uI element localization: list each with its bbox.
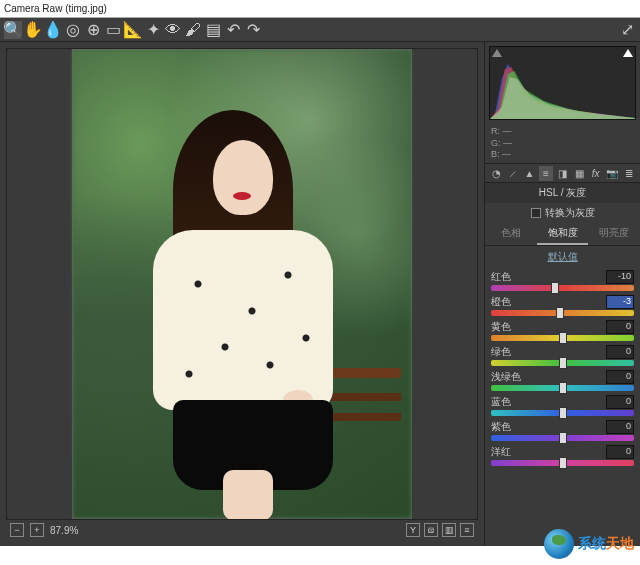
adjustments-panel: R: — G: — B: — ◔ ⟋ ▲ ≡ ◨ ▦ fx 📷 ≣ HSL / …	[484, 42, 640, 546]
slider-magenta-value[interactable]: 0	[606, 445, 634, 459]
main-area: − + 87.9% Y ⦻ ▥ ≡	[0, 42, 640, 546]
slider-purple-thumb[interactable]	[559, 432, 567, 444]
slider-yellow-thumb[interactable]	[559, 332, 567, 344]
slider-green-value[interactable]: 0	[606, 345, 634, 359]
slider-aqua-thumb[interactable]	[559, 382, 567, 394]
adjustment-brush-icon[interactable]: 🖌	[184, 21, 202, 39]
slider-red-thumb[interactable]	[551, 282, 559, 294]
hand-tool-icon[interactable]: ✋	[24, 21, 42, 39]
slider-blue: 蓝色0	[491, 395, 634, 416]
slider-yellow-track[interactable]	[491, 335, 634, 341]
slider-purple: 紫色0	[491, 420, 634, 441]
mark-select-icon[interactable]: Y	[406, 523, 420, 537]
slider-yellow-value[interactable]: 0	[606, 320, 634, 334]
subtab-hue[interactable]: 色相	[485, 223, 537, 245]
slider-blue-thumb[interactable]	[559, 407, 567, 419]
defaults-link[interactable]: 默认值	[485, 246, 640, 268]
slider-orange-thumb[interactable]	[556, 307, 564, 319]
spot-removal-icon[interactable]: ✦	[144, 21, 162, 39]
mark-reject-icon[interactable]: ⦻	[424, 523, 438, 537]
tab-curve-icon[interactable]: ⟋	[506, 166, 521, 181]
slider-aqua: 浅绿色0	[491, 370, 634, 391]
white-balance-icon[interactable]: 💧	[44, 21, 62, 39]
convert-grayscale-checkbox[interactable]	[531, 208, 541, 218]
slider-magenta: 洋红0	[491, 445, 634, 466]
rgb-g: G: —	[491, 138, 634, 150]
photo-content	[72, 49, 412, 519]
image-canvas[interactable]	[6, 48, 478, 520]
slider-orange: 橙色-3	[491, 295, 634, 316]
color-sampler-icon[interactable]: ◎	[64, 21, 82, 39]
subtab-saturation[interactable]: 饱和度	[537, 223, 589, 245]
tab-split-icon[interactable]: ◨	[555, 166, 570, 181]
slider-magenta-track[interactable]	[491, 460, 634, 466]
crop-tool-icon[interactable]: ▭	[104, 21, 122, 39]
tab-camera-icon[interactable]: 📷	[605, 166, 620, 181]
subtab-luminance[interactable]: 明亮度	[588, 223, 640, 245]
slider-yellow: 黄色0	[491, 320, 634, 341]
tab-lens-icon[interactable]: ▦	[572, 166, 587, 181]
redeye-tool-icon[interactable]: 👁	[164, 21, 182, 39]
rgb-b: B: —	[491, 149, 634, 161]
zoom-out-icon[interactable]: −	[10, 523, 24, 537]
tab-detail-icon[interactable]: ▲	[522, 166, 537, 181]
slider-red-value[interactable]: -10	[606, 270, 634, 284]
rotate-ccw-icon[interactable]: ↶	[224, 21, 242, 39]
tab-basic-icon[interactable]: ◔	[489, 166, 504, 181]
histogram[interactable]	[489, 46, 636, 120]
zoom-level[interactable]: 87.9%	[50, 525, 78, 536]
sliders-group: 红色-10 橙色-3 黄色0 绿色0 浅绿色0	[485, 268, 640, 472]
slider-aqua-track[interactable]	[491, 385, 634, 391]
slider-blue-track[interactable]	[491, 410, 634, 416]
slider-purple-value[interactable]: 0	[606, 420, 634, 434]
targeted-adjust-icon[interactable]: ⊕	[84, 21, 102, 39]
filmstrip-icon[interactable]: ▥	[442, 523, 456, 537]
tab-fx-icon[interactable]: fx	[588, 166, 603, 181]
slider-blue-value[interactable]: 0	[606, 395, 634, 409]
rgb-r: R: —	[491, 126, 634, 138]
zoom-in-icon[interactable]: +	[30, 523, 44, 537]
preview-pane: − + 87.9% Y ⦻ ▥ ≡	[0, 42, 484, 546]
highlight-clip-icon[interactable]	[623, 49, 633, 57]
slider-green-track[interactable]	[491, 360, 634, 366]
slider-orange-value[interactable]: -3	[606, 295, 634, 309]
hsl-subtabs: 色相 饱和度 明亮度	[485, 223, 640, 246]
slider-red: 红色-10	[491, 270, 634, 291]
camera-raw-app: 🔍 ✋ 💧 ◎ ⊕ ▭ 📐 ✦ 👁 🖌 ▤ ↶ ↷ ⤢	[0, 18, 640, 546]
slider-red-track[interactable]	[491, 285, 634, 291]
watermark-globe-icon	[544, 529, 574, 559]
panel-title: HSL / 灰度	[485, 183, 640, 203]
tab-presets-icon[interactable]: ≣	[622, 166, 637, 181]
slider-aqua-value[interactable]: 0	[606, 370, 634, 384]
zoom-tool-icon[interactable]: 🔍	[4, 21, 22, 39]
convert-grayscale-label: 转换为灰度	[545, 206, 595, 220]
shadow-clip-icon[interactable]	[492, 49, 502, 57]
toolbar: 🔍 ✋ 💧 ◎ ⊕ ▭ 📐 ✦ 👁 🖌 ▤ ↶ ↷ ⤢	[0, 18, 640, 42]
menu-icon[interactable]: ≡	[460, 523, 474, 537]
window-titlebar: Camera Raw (timg.jpg)	[0, 0, 640, 18]
window-title: Camera Raw (timg.jpg)	[4, 3, 107, 14]
tab-hsl-icon[interactable]: ≡	[539, 166, 554, 181]
graduated-filter-icon[interactable]: ▤	[204, 21, 222, 39]
panel-tab-strip: ◔ ⟋ ▲ ≡ ◨ ▦ fx 📷 ≣	[485, 163, 640, 183]
straighten-tool-icon[interactable]: 📐	[124, 21, 142, 39]
preview-statusbar: − + 87.9% Y ⦻ ▥ ≡	[6, 520, 478, 540]
slider-green-thumb[interactable]	[559, 357, 567, 369]
watermark: 系统天地	[544, 529, 634, 559]
rotate-cw-icon[interactable]: ↷	[244, 21, 262, 39]
slider-green: 绿色0	[491, 345, 634, 366]
watermark-text: 系统天地	[578, 535, 634, 553]
slider-orange-track[interactable]	[491, 310, 634, 316]
fullscreen-icon[interactable]: ⤢	[618, 21, 636, 39]
rgb-readout: R: — G: — B: —	[485, 124, 640, 163]
convert-grayscale-row[interactable]: 转换为灰度	[485, 203, 640, 223]
slider-magenta-thumb[interactable]	[559, 457, 567, 469]
slider-purple-track[interactable]	[491, 435, 634, 441]
